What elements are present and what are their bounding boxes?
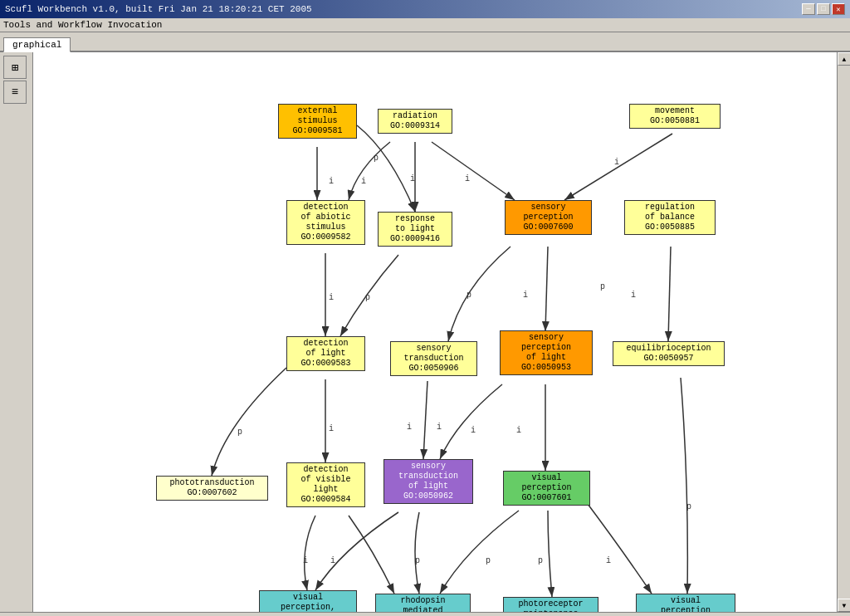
close-button[interactable]: ✕: [832, 3, 845, 15]
title-bar-buttons: ─ □ ✕: [802, 3, 845, 15]
node-equilibrioception[interactable]: equilibrioceptionGO:0050957: [613, 341, 725, 366]
svg-text:i: i: [437, 423, 442, 432]
svg-text:i: i: [606, 556, 611, 565]
node-visual-perception-equilibrio[interactable]: visualperceptionduringequilibrioception: [636, 594, 735, 612]
svg-line-6: [545, 247, 548, 331]
node-movement[interactable]: movementGO:0050881: [629, 104, 721, 129]
node-sensory-perception[interactable]: sensoryperceptionGO:0007600: [505, 200, 592, 235]
node-detection-light[interactable]: detectionof lightGO:0009583: [286, 336, 365, 371]
svg-text:p: p: [686, 502, 691, 511]
tool-icon-2[interactable]: ≡: [3, 81, 27, 104]
svg-text:i: i: [329, 293, 334, 302]
svg-text:p: p: [415, 556, 420, 565]
minimize-button[interactable]: ─: [802, 3, 815, 15]
arrows-svg: i i i p i i i p p i i p p i i i i i i i: [33, 52, 837, 612]
svg-text:i: i: [516, 426, 521, 435]
svg-line-4: [564, 134, 672, 200]
canvas-area[interactable]: i i i p i i i p p i i p p i i i i i i i: [33, 52, 837, 612]
node-regulation-balance[interactable]: regulationof balanceGO:0050885: [624, 200, 716, 235]
title-bar: Scufl Workbench v1.0, built Fri Jan 21 1…: [0, 0, 850, 18]
menu-bar: Tools and Workflow Invocation: [0, 18, 850, 32]
tool-icon-1[interactable]: ⊞: [3, 56, 27, 79]
scroll-track[interactable]: [838, 66, 850, 599]
scrollbar-vertical[interactable]: ▲ ▼: [837, 52, 850, 612]
scroll-down-button[interactable]: ▼: [838, 599, 850, 612]
left-panel: ⊞ ≡: [0, 52, 33, 612]
window-title: Scufl Workbench v1.0, built Fri Jan 21 1…: [5, 4, 312, 14]
node-external-stimulus[interactable]: externalstimulusGO:0009581: [278, 104, 357, 139]
node-response-light[interactable]: responseto lightGO:0009416: [378, 212, 452, 247]
svg-text:i: i: [465, 174, 470, 183]
svg-text:i: i: [407, 423, 412, 432]
svg-text:p: p: [600, 282, 605, 291]
svg-text:p: p: [374, 154, 379, 163]
svg-text:p: p: [467, 291, 471, 300]
node-sensory-transduction[interactable]: sensorytransductionGO:0050906: [390, 341, 477, 376]
bottom-bar: [0, 612, 850, 616]
tab-graphical[interactable]: graphical: [3, 37, 71, 52]
svg-text:p: p: [237, 428, 242, 437]
node-rhodopsin-mediated[interactable]: rhodopsinmediatedphototransductionGO:000…: [375, 594, 471, 612]
node-sensory-perception-light[interactable]: sensoryperceptionof lightGO:0050953: [500, 330, 593, 375]
main-content: ⊞ ≡: [0, 52, 850, 612]
svg-text:i: i: [329, 177, 334, 186]
node-detection-abiotic[interactable]: detectionof abioticstimulusGO:0009582: [286, 200, 365, 245]
svg-text:i: i: [303, 556, 308, 565]
node-visual-perception[interactable]: visualperceptionGO:0007601: [503, 471, 590, 506]
svg-text:i: i: [471, 426, 476, 435]
svg-line-9: [423, 381, 427, 459]
scroll-up-button[interactable]: ▲: [838, 52, 850, 66]
svg-text:i: i: [614, 158, 619, 167]
maximize-button[interactable]: □: [817, 3, 830, 15]
svg-text:i: i: [523, 291, 528, 300]
svg-text:p: p: [365, 293, 370, 302]
tab-bar: graphical: [0, 32, 850, 52]
node-visual-perception-sensory[interactable]: visualperception,sensorytransductionof l…: [259, 590, 357, 612]
svg-line-3: [432, 142, 515, 200]
svg-line-7: [668, 247, 671, 341]
svg-text:i: i: [361, 177, 366, 186]
svg-text:i: i: [329, 424, 334, 433]
svg-text:i: i: [410, 174, 415, 183]
menu-text: Tools and Workflow Invocation: [3, 20, 162, 30]
node-photoreceptor-maintenance[interactable]: photoreceptormaintenanceGO:0045494: [503, 597, 598, 612]
svg-text:p: p: [486, 556, 491, 565]
node-phototransduction[interactable]: phototransductionGO:0007602: [156, 476, 268, 501]
node-radiation[interactable]: radiationGO:0009314: [378, 109, 452, 134]
node-sensory-transduction-light[interactable]: sensorytransductionof lightGO:0050962: [383, 459, 473, 504]
svg-text:i: i: [631, 291, 636, 300]
svg-text:p: p: [538, 556, 543, 565]
node-detection-visible-light[interactable]: detectionof visiblelightGO:0009584: [286, 462, 365, 507]
graph-canvas: i i i p i i i p p i i p p i i i i i i i: [33, 52, 837, 612]
svg-text:i: i: [330, 556, 335, 565]
